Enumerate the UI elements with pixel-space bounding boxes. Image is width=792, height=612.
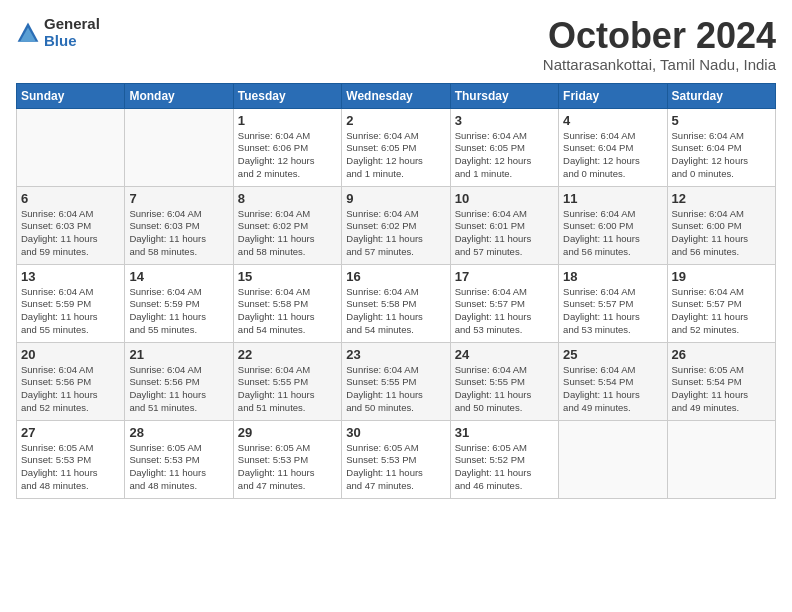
day-number: 2 (346, 113, 445, 128)
calendar-cell: 26Sunrise: 6:05 AM Sunset: 5:54 PM Dayli… (667, 342, 775, 420)
day-info: Sunrise: 6:04 AM Sunset: 5:56 PM Dayligh… (21, 364, 120, 415)
title-block: October 2024 Nattarasankottai, Tamil Nad… (543, 16, 776, 73)
calendar-week-row: 6Sunrise: 6:04 AM Sunset: 6:03 PM Daylig… (17, 186, 776, 264)
day-info: Sunrise: 6:04 AM Sunset: 5:56 PM Dayligh… (129, 364, 228, 415)
day-of-week-header: Saturday (667, 83, 775, 108)
day-info: Sunrise: 6:04 AM Sunset: 6:04 PM Dayligh… (563, 130, 662, 181)
calendar-cell: 8Sunrise: 6:04 AM Sunset: 6:02 PM Daylig… (233, 186, 341, 264)
calendar-cell: 2Sunrise: 6:04 AM Sunset: 6:05 PM Daylig… (342, 108, 450, 186)
calendar-cell: 11Sunrise: 6:04 AM Sunset: 6:00 PM Dayli… (559, 186, 667, 264)
day-info: Sunrise: 6:04 AM Sunset: 6:03 PM Dayligh… (129, 208, 228, 259)
calendar-cell (125, 108, 233, 186)
day-info: Sunrise: 6:04 AM Sunset: 6:02 PM Dayligh… (346, 208, 445, 259)
calendar-cell: 27Sunrise: 6:05 AM Sunset: 5:53 PM Dayli… (17, 420, 125, 498)
header-row: SundayMondayTuesdayWednesdayThursdayFrid… (17, 83, 776, 108)
calendar-cell: 30Sunrise: 6:05 AM Sunset: 5:53 PM Dayli… (342, 420, 450, 498)
calendar-week-row: 20Sunrise: 6:04 AM Sunset: 5:56 PM Dayli… (17, 342, 776, 420)
calendar-cell: 25Sunrise: 6:04 AM Sunset: 5:54 PM Dayli… (559, 342, 667, 420)
day-number: 4 (563, 113, 662, 128)
calendar-cell: 23Sunrise: 6:04 AM Sunset: 5:55 PM Dayli… (342, 342, 450, 420)
day-number: 13 (21, 269, 120, 284)
day-info: Sunrise: 6:05 AM Sunset: 5:53 PM Dayligh… (238, 442, 337, 493)
calendar-cell: 22Sunrise: 6:04 AM Sunset: 5:55 PM Dayli… (233, 342, 341, 420)
day-number: 30 (346, 425, 445, 440)
day-number: 25 (563, 347, 662, 362)
day-number: 8 (238, 191, 337, 206)
day-info: Sunrise: 6:04 AM Sunset: 6:05 PM Dayligh… (455, 130, 554, 181)
day-number: 29 (238, 425, 337, 440)
day-number: 28 (129, 425, 228, 440)
day-number: 11 (563, 191, 662, 206)
calendar-cell: 31Sunrise: 6:05 AM Sunset: 5:52 PM Dayli… (450, 420, 558, 498)
calendar-week-row: 13Sunrise: 6:04 AM Sunset: 5:59 PM Dayli… (17, 264, 776, 342)
day-number: 23 (346, 347, 445, 362)
day-number: 17 (455, 269, 554, 284)
day-info: Sunrise: 6:04 AM Sunset: 5:57 PM Dayligh… (672, 286, 771, 337)
day-info: Sunrise: 6:04 AM Sunset: 6:00 PM Dayligh… (563, 208, 662, 259)
calendar-table: SundayMondayTuesdayWednesdayThursdayFrid… (16, 83, 776, 499)
calendar-cell: 19Sunrise: 6:04 AM Sunset: 5:57 PM Dayli… (667, 264, 775, 342)
calendar-cell: 28Sunrise: 6:05 AM Sunset: 5:53 PM Dayli… (125, 420, 233, 498)
calendar-cell (17, 108, 125, 186)
day-of-week-header: Tuesday (233, 83, 341, 108)
day-info: Sunrise: 6:04 AM Sunset: 6:03 PM Dayligh… (21, 208, 120, 259)
day-number: 15 (238, 269, 337, 284)
day-info: Sunrise: 6:04 AM Sunset: 5:57 PM Dayligh… (563, 286, 662, 337)
calendar-cell: 3Sunrise: 6:04 AM Sunset: 6:05 PM Daylig… (450, 108, 558, 186)
logo-general-text: General (44, 16, 100, 33)
location-title: Nattarasankottai, Tamil Nadu, India (543, 56, 776, 73)
logo-icon (16, 21, 40, 45)
day-number: 19 (672, 269, 771, 284)
day-info: Sunrise: 6:04 AM Sunset: 5:58 PM Dayligh… (238, 286, 337, 337)
calendar-week-row: 27Sunrise: 6:05 AM Sunset: 5:53 PM Dayli… (17, 420, 776, 498)
day-info: Sunrise: 6:04 AM Sunset: 6:04 PM Dayligh… (672, 130, 771, 181)
day-number: 18 (563, 269, 662, 284)
day-of-week-header: Friday (559, 83, 667, 108)
day-info: Sunrise: 6:04 AM Sunset: 5:54 PM Dayligh… (563, 364, 662, 415)
calendar-cell (559, 420, 667, 498)
day-number: 27 (21, 425, 120, 440)
calendar-cell: 13Sunrise: 6:04 AM Sunset: 5:59 PM Dayli… (17, 264, 125, 342)
calendar-body: 1Sunrise: 6:04 AM Sunset: 6:06 PM Daylig… (17, 108, 776, 498)
calendar-cell: 6Sunrise: 6:04 AM Sunset: 6:03 PM Daylig… (17, 186, 125, 264)
calendar-cell: 4Sunrise: 6:04 AM Sunset: 6:04 PM Daylig… (559, 108, 667, 186)
day-info: Sunrise: 6:05 AM Sunset: 5:53 PM Dayligh… (346, 442, 445, 493)
day-info: Sunrise: 6:04 AM Sunset: 5:57 PM Dayligh… (455, 286, 554, 337)
day-info: Sunrise: 6:04 AM Sunset: 5:55 PM Dayligh… (455, 364, 554, 415)
calendar-cell: 24Sunrise: 6:04 AM Sunset: 5:55 PM Dayli… (450, 342, 558, 420)
calendar-cell (667, 420, 775, 498)
day-of-week-header: Thursday (450, 83, 558, 108)
logo-blue-text: Blue (44, 33, 100, 50)
day-number: 26 (672, 347, 771, 362)
day-number: 5 (672, 113, 771, 128)
month-title: October 2024 (543, 16, 776, 56)
day-number: 9 (346, 191, 445, 206)
day-info: Sunrise: 6:05 AM Sunset: 5:53 PM Dayligh… (129, 442, 228, 493)
calendar-cell: 10Sunrise: 6:04 AM Sunset: 6:01 PM Dayli… (450, 186, 558, 264)
day-info: Sunrise: 6:05 AM Sunset: 5:54 PM Dayligh… (672, 364, 771, 415)
calendar-cell: 20Sunrise: 6:04 AM Sunset: 5:56 PM Dayli… (17, 342, 125, 420)
day-number: 10 (455, 191, 554, 206)
day-number: 1 (238, 113, 337, 128)
calendar-cell: 1Sunrise: 6:04 AM Sunset: 6:06 PM Daylig… (233, 108, 341, 186)
day-of-week-header: Sunday (17, 83, 125, 108)
day-number: 6 (21, 191, 120, 206)
calendar-header: SundayMondayTuesdayWednesdayThursdayFrid… (17, 83, 776, 108)
calendar-cell: 14Sunrise: 6:04 AM Sunset: 5:59 PM Dayli… (125, 264, 233, 342)
day-of-week-header: Wednesday (342, 83, 450, 108)
day-info: Sunrise: 6:04 AM Sunset: 6:06 PM Dayligh… (238, 130, 337, 181)
day-info: Sunrise: 6:04 AM Sunset: 5:58 PM Dayligh… (346, 286, 445, 337)
calendar-cell: 18Sunrise: 6:04 AM Sunset: 5:57 PM Dayli… (559, 264, 667, 342)
day-number: 21 (129, 347, 228, 362)
logo-text: General Blue (44, 16, 100, 49)
day-number: 3 (455, 113, 554, 128)
calendar-cell: 5Sunrise: 6:04 AM Sunset: 6:04 PM Daylig… (667, 108, 775, 186)
page-header: General Blue October 2024 Nattarasankott… (16, 16, 776, 73)
calendar-cell: 9Sunrise: 6:04 AM Sunset: 6:02 PM Daylig… (342, 186, 450, 264)
calendar-week-row: 1Sunrise: 6:04 AM Sunset: 6:06 PM Daylig… (17, 108, 776, 186)
day-info: Sunrise: 6:04 AM Sunset: 6:02 PM Dayligh… (238, 208, 337, 259)
day-number: 16 (346, 269, 445, 284)
calendar-cell: 16Sunrise: 6:04 AM Sunset: 5:58 PM Dayli… (342, 264, 450, 342)
day-info: Sunrise: 6:04 AM Sunset: 6:05 PM Dayligh… (346, 130, 445, 181)
logo: General Blue (16, 16, 100, 49)
